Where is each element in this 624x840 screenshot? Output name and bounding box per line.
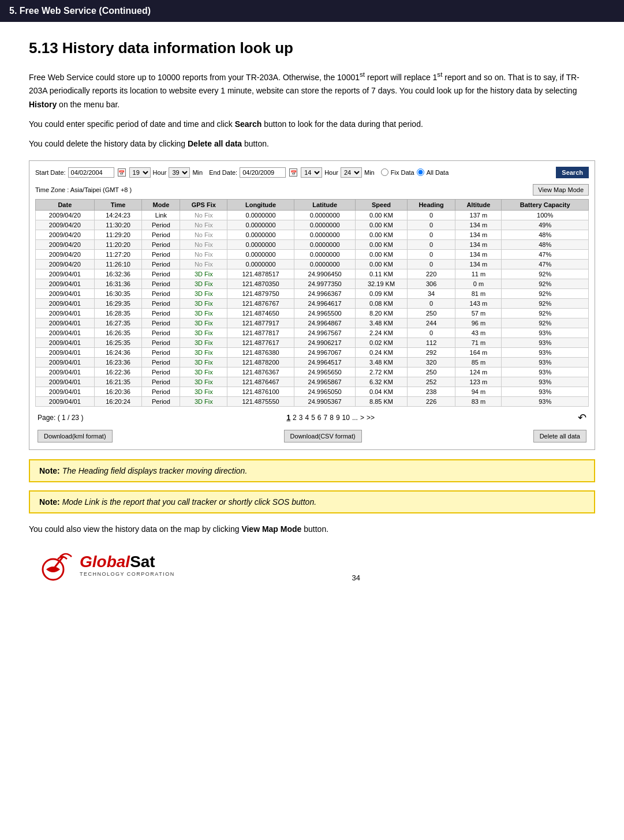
- table-cell-12-6: 2.24 KM: [356, 328, 407, 337]
- table-row: 2009/04/2011:26:10PeriodNo Fix0.00000000…: [36, 259, 589, 269]
- table-row: 2009/04/2011:20:20PeriodNo Fix0.00000000…: [36, 239, 589, 249]
- table-cell-16-2: Period: [142, 367, 180, 377]
- table-cell-8-6: 0.09 KM: [356, 288, 407, 298]
- table-cell-10-6: 8.20 KM: [356, 308, 407, 318]
- table-cell-2-8: 134 m: [455, 230, 502, 239]
- end-hour-select[interactable]: 14: [301, 167, 322, 178]
- start-min-select[interactable]: 39: [169, 167, 190, 178]
- table-cell-3-0: 2009/04/20: [36, 239, 95, 249]
- table-cell-14-2: Period: [142, 347, 180, 357]
- table-cell-16-6: 2.72 KM: [356, 367, 407, 377]
- pagination-page-4[interactable]: 5: [311, 414, 315, 422]
- table-cell-19-9: 93%: [502, 396, 589, 406]
- description-para3: You could delete the history data by cli…: [29, 137, 595, 151]
- note2-bold: Note:: [39, 497, 60, 507]
- pagination-page-5[interactable]: 6: [317, 414, 322, 422]
- table-cell-16-1: 16:22:36: [94, 367, 142, 377]
- table-cell-6-2: Period: [142, 269, 180, 279]
- pagination-page-11[interactable]: >: [360, 414, 364, 422]
- radio-all[interactable]: [417, 168, 424, 176]
- hour-label2: Hour: [324, 169, 338, 176]
- table-cell-9-5: 24.9964617: [294, 298, 355, 308]
- end-min-select[interactable]: 24: [341, 167, 362, 178]
- table-cell-12-4: 121.4877817: [227, 328, 294, 337]
- start-date-calendar-icon[interactable]: 📅: [118, 168, 126, 177]
- start-hour-select[interactable]: 19: [129, 167, 151, 178]
- timezone-row: Time Zone : Asia/Taipei (GMT +8 ) View M…: [35, 184, 589, 196]
- min-label1: Min: [192, 169, 203, 176]
- column-header-gps-fix: GPS Fix: [180, 199, 227, 210]
- table-cell-9-6: 0.08 KM: [356, 298, 407, 308]
- table-cell-16-0: 2009/04/01: [36, 367, 95, 377]
- table-cell-8-3: 3D Fix: [180, 288, 227, 298]
- table-cell-7-7: 306: [407, 279, 455, 288]
- note1-text: The Heading field displays tracker movin…: [60, 466, 248, 475]
- table-cell-17-0: 2009/04/01: [36, 377, 95, 387]
- table-cell-12-8: 43 m: [455, 328, 502, 337]
- data-table-section: Start Date: 📅 19 Hour 39 Min End Date: 📅…: [29, 160, 595, 450]
- pagination-row: Page: ( 1 / 23 ) 12345678910...> >> ↶: [35, 407, 589, 426]
- table-cell-13-9: 93%: [502, 337, 589, 347]
- table-cell-11-5: 24.9964867: [294, 318, 355, 328]
- pagination-page-6[interactable]: 7: [324, 414, 328, 422]
- table-cell-9-4: 121.4876767: [227, 298, 294, 308]
- table-header-row: DateTimeModeGPS FixLongitudeLatitudeSpee…: [36, 199, 589, 210]
- pagination-page-10[interactable]: ...: [352, 414, 358, 422]
- delete-all-button[interactable]: Delete all data: [533, 430, 586, 442]
- table-cell-3-2: Period: [142, 239, 180, 249]
- table-cell-7-4: 121.4870350: [227, 279, 294, 288]
- page-header: 5. Free Web Service (Continued): [0, 0, 624, 22]
- end-date-input[interactable]: [240, 167, 286, 178]
- table-cell-7-0: 2009/04/01: [36, 279, 95, 288]
- table-cell-11-0: 2009/04/01: [36, 318, 95, 328]
- table-cell-3-7: 0: [407, 239, 455, 249]
- table-cell-1-5: 0.0000000: [294, 220, 355, 230]
- table-cell-8-7: 34: [407, 288, 455, 298]
- table-cell-0-3: No Fix: [180, 210, 227, 220]
- pagination-page-9[interactable]: 10: [342, 414, 350, 422]
- table-cell-16-7: 250: [407, 367, 455, 377]
- table-cell-3-8: 134 m: [455, 239, 502, 249]
- table-cell-6-5: 24.9906450: [294, 269, 355, 279]
- table-cell-11-9: 92%: [502, 318, 589, 328]
- table-cell-8-0: 2009/04/01: [36, 288, 95, 298]
- pagination-page-1[interactable]: 2: [293, 414, 297, 422]
- table-cell-3-9: 48%: [502, 239, 589, 249]
- pagination-page-7[interactable]: 8: [330, 414, 334, 422]
- table-row: 2009/04/0116:32:36Period3D Fix121.487851…: [36, 269, 589, 279]
- pagination-page-12[interactable]: >>: [367, 414, 375, 422]
- table-cell-9-7: 0: [407, 298, 455, 308]
- radio-fix[interactable]: [381, 168, 388, 176]
- pagination-page-0[interactable]: 1: [286, 414, 290, 422]
- table-cell-0-5: 0.0000000: [294, 210, 355, 220]
- start-date-input[interactable]: [68, 167, 114, 178]
- hour-label1: Hour: [153, 169, 167, 176]
- table-cell-18-5: 24.9965050: [294, 387, 355, 396]
- globalsat-logo-icon: [40, 548, 75, 582]
- table-cell-7-3: 3D Fix: [180, 279, 227, 288]
- table-cell-11-7: 244: [407, 318, 455, 328]
- table-cell-14-9: 93%: [502, 347, 589, 357]
- table-cell-10-7: 250: [407, 308, 455, 318]
- table-cell-17-1: 16:21:35: [94, 377, 142, 387]
- table-cell-9-9: 92%: [502, 298, 589, 308]
- table-cell-10-8: 57 m: [455, 308, 502, 318]
- column-header-latitude: Latitude: [294, 199, 355, 210]
- table-cell-15-3: 3D Fix: [180, 357, 227, 367]
- table-cell-0-1: 14:24:23: [94, 210, 142, 220]
- pagination-page-3[interactable]: 4: [305, 414, 309, 422]
- download-csv-button[interactable]: Download(CSV format): [284, 430, 362, 442]
- table-cell-6-6: 0.11 KM: [356, 269, 407, 279]
- view-map-button[interactable]: View Map Mode: [533, 184, 589, 196]
- table-cell-12-2: Period: [142, 328, 180, 337]
- pagination-page-2[interactable]: 3: [299, 414, 303, 422]
- logo-sub: TECHNOLOGY CORPORATION: [80, 571, 175, 577]
- cursor-icon: ↶: [578, 411, 586, 424]
- table-cell-6-0: 2009/04/01: [36, 269, 95, 279]
- pagination-page-8[interactable]: 9: [336, 414, 340, 422]
- table-cell-5-9: 47%: [502, 259, 589, 269]
- table-cell-17-3: 3D Fix: [180, 377, 227, 387]
- search-button[interactable]: Search: [556, 167, 589, 178]
- end-date-calendar-icon[interactable]: 📅: [289, 168, 297, 177]
- download-kml-button[interactable]: Download(kml format): [38, 430, 113, 442]
